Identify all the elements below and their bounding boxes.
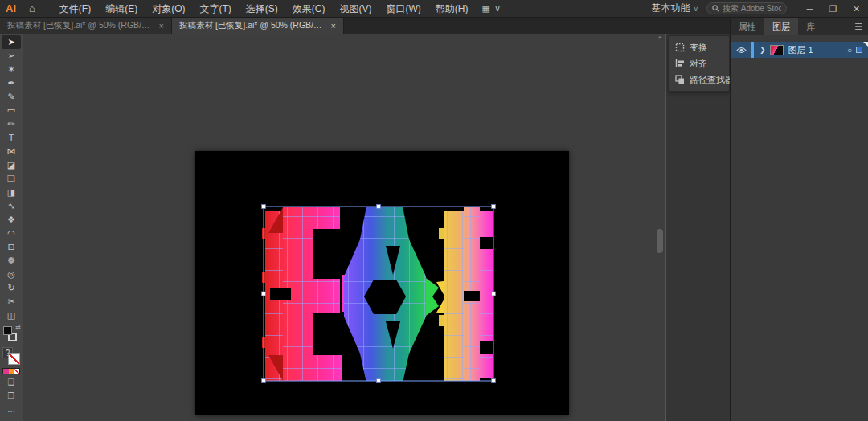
column-graph-tool[interactable]: ◫ <box>2 309 21 322</box>
search-placeholder: 搜索 Adobe Stock <box>723 3 781 14</box>
panel-menu-icon[interactable]: ☰ <box>854 18 868 35</box>
direct-selection-tool[interactable]: ➢ <box>2 49 21 63</box>
layer-thumbnail[interactable] <box>770 45 784 55</box>
scrollbar-collapse-arrow[interactable]: ⌃ <box>657 35 663 43</box>
fill-stroke-control[interactable]: ⇄ <box>2 325 20 345</box>
eraser-tool[interactable]: ◪ <box>2 158 21 172</box>
right-panel-dock: 属性 图层 库 ☰ ❯ 图层 1 ○ <box>730 18 868 421</box>
none-button[interactable] <box>14 369 19 374</box>
layer-accent-bar <box>751 42 754 58</box>
letter-middle-eight[interactable] <box>344 207 439 381</box>
menu-item-effect[interactable]: 效果(C) <box>285 0 333 18</box>
menu-item-edit[interactable]: 编辑(E) <box>98 0 145 18</box>
tab-close-icon[interactable]: × <box>331 21 336 31</box>
arrange-documents-icon[interactable]: ▦ ∨ <box>476 3 509 14</box>
quick-panel: 变换 对齐 路径查找器 <box>669 35 730 92</box>
minimize-button[interactable]: ─ <box>798 0 821 18</box>
shape-builder-tool[interactable]: ❏ <box>2 172 21 186</box>
layer-name[interactable]: 图层 1 <box>788 44 847 56</box>
transform-icon <box>675 43 685 52</box>
document-tab-title: 投稿素材 [已恢复].ai* @ 50% (RGB/GPU 预览) <box>179 20 326 31</box>
align-icon <box>675 59 685 68</box>
title-bar-right: 基本功能 ∨ 搜索 Adobe Stock ─ ❐ ✕ <box>643 0 868 18</box>
document-tab-1[interactable]: 投稿素材 [已恢复].ai* @ 50% (RGB/GPU 预览) × <box>0 18 172 34</box>
layers-panel-body: ❯ 图层 1 ○ <box>731 35 868 421</box>
artboard-tool[interactable]: ⊡ <box>2 240 21 254</box>
eyedropper-tool[interactable]: ➴ <box>2 199 21 213</box>
screen-mode-icon[interactable]: ❒ <box>2 390 21 402</box>
slice-tool[interactable]: ✂ <box>2 295 21 309</box>
letter-right-h[interactable] <box>436 207 493 381</box>
fill-none-indicator[interactable]: ? <box>2 347 20 365</box>
type-tool[interactable]: T <box>2 131 21 145</box>
symbol-sprayer-tool[interactable]: ❁ <box>2 254 21 268</box>
curvature-tool[interactable]: ✎ <box>2 90 21 104</box>
document-tab-bar: 投稿素材 [已恢复].ai* @ 50% (RGB/GPU 预览) × 投稿素材… <box>0 18 730 34</box>
menu-item-object[interactable]: 对象(O) <box>145 0 192 18</box>
menu-item-view[interactable]: 视图(V) <box>333 0 379 18</box>
selected-artwork[interactable] <box>195 151 569 415</box>
menubar: 文件(F) 编辑(E) 对象(O) 文字(T) 选择(S) 效果(C) 视图(V… <box>52 0 476 18</box>
row-corner-fold <box>863 42 868 47</box>
tab-layers[interactable]: 图层 <box>764 18 798 35</box>
drawing-mode-icon[interactable]: ❑ <box>2 376 21 388</box>
menu-item-type[interactable]: 文字(T) <box>193 0 239 18</box>
paintbrush-tool[interactable]: ✏ <box>2 117 21 131</box>
rectangle-tool[interactable]: ▭ <box>2 104 21 117</box>
grid-icon: ▦ <box>482 3 491 13</box>
artboard-canvas[interactable] <box>195 151 569 415</box>
pathfinder-icon <box>675 75 685 84</box>
arc-tool[interactable]: ◠ <box>2 227 21 240</box>
menu-item-window[interactable]: 窗口(W) <box>379 0 428 18</box>
target-circle-icon[interactable]: ○ <box>847 46 856 55</box>
chevron-down-icon: ∨ <box>693 5 706 13</box>
gradient-tool[interactable]: ◨ <box>2 186 21 199</box>
restore-button[interactable]: ❐ <box>821 0 845 18</box>
menu-item-help[interactable]: 帮助(H) <box>428 0 476 18</box>
expand-chevron-icon[interactable]: ❯ <box>755 46 770 54</box>
panel-item-label: 对齐 <box>690 58 707 70</box>
document-tab-title: 投稿素材 [已恢复].ai* @ 50% (RGB/GPU 预览) <box>7 20 154 31</box>
magic-wand-tool[interactable]: ✶ <box>2 63 21 76</box>
fill-swatch[interactable] <box>3 326 12 335</box>
tools-panel: ➤ ➢ ✶ ✒ ✎ ▭ ✏ T ⋈ ◪ ❏ ◨ ➴ ❖ ◠ ⊡ ❁ ◎ ↻ ✂ … <box>0 34 23 421</box>
pen-tool[interactable]: ✒ <box>2 76 21 90</box>
panel-item-pathfinder[interactable]: 路径查找器 <box>669 72 729 88</box>
visibility-eye-icon[interactable] <box>731 43 751 57</box>
selection-tool[interactable]: ➤ <box>2 35 21 49</box>
selection-color-chip[interactable] <box>856 47 862 53</box>
tab-libraries[interactable]: 库 <box>798 18 823 35</box>
reflect-tool[interactable]: ⋈ <box>2 145 21 158</box>
none-swatch[interactable] <box>8 353 20 365</box>
workspace-switcher[interactable]: 基本功能 <box>643 2 693 15</box>
color-type-buttons <box>2 368 20 374</box>
home-icon[interactable]: ⌂ <box>23 2 42 14</box>
close-button[interactable]: ✕ <box>845 0 868 18</box>
panel-item-align[interactable]: 对齐 <box>669 55 729 72</box>
divider <box>47 3 47 14</box>
document-tab-2-active[interactable]: 投稿素材 [已恢复].ai* @ 50% (RGB/GPU 预览) × <box>172 18 344 34</box>
panel-dock-strip: 变换 对齐 路径查找器 <box>665 34 730 421</box>
vertical-scrollbar-thumb[interactable] <box>657 229 663 253</box>
color-button[interactable] <box>3 369 9 374</box>
blend-tool[interactable]: ❖ <box>2 213 21 227</box>
menu-item-select[interactable]: 选择(S) <box>239 0 285 18</box>
panel-tab-bar: 属性 图层 库 ☰ <box>731 18 868 35</box>
illustrator-logo[interactable]: Ai <box>0 2 23 14</box>
zoom-tool[interactable]: ◎ <box>2 268 21 281</box>
tab-close-icon[interactable]: × <box>159 21 164 31</box>
layer-row-selected[interactable]: ❯ 图层 1 ○ <box>731 42 868 58</box>
document-workspace[interactable]: ⌃ <box>23 34 665 421</box>
panel-item-label: 变换 <box>690 42 707 54</box>
menu-item-file[interactable]: 文件(F) <box>52 0 98 18</box>
tab-properties[interactable]: 属性 <box>731 18 764 35</box>
swap-fill-stroke-icon[interactable]: ⇄ <box>15 324 21 331</box>
search-icon <box>712 5 719 12</box>
rotate-view-tool[interactable]: ↻ <box>2 281 21 295</box>
panel-item-transform[interactable]: 变换 <box>669 39 729 55</box>
panel-item-label: 路径查找器 <box>690 74 734 86</box>
app-title-bar: Ai ⌂ 文件(F) 编辑(E) 对象(O) 文字(T) 选择(S) 效果(C)… <box>0 0 868 18</box>
adobe-stock-search-input[interactable]: 搜索 Adobe Stock <box>706 2 787 14</box>
edit-toolbar-icon[interactable]: … <box>2 403 21 415</box>
